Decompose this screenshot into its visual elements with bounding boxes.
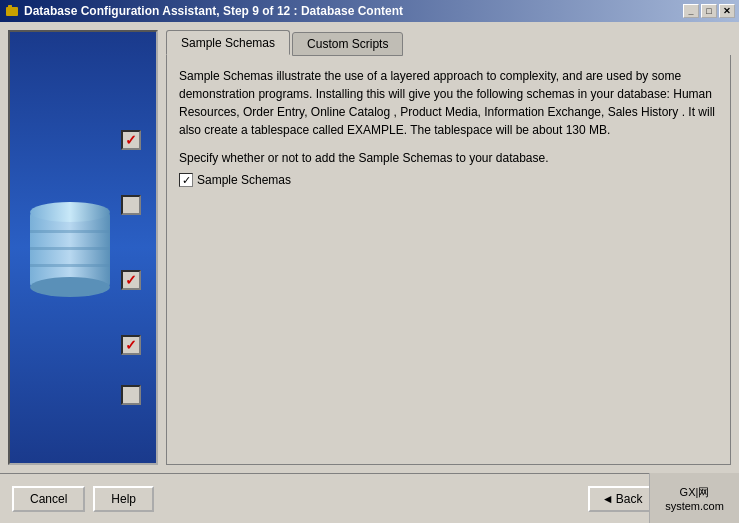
description-text: Sample Schemas illustrate the use of a l… [179,67,718,139]
svg-rect-3 [30,230,110,233]
back-label: Back [616,492,643,506]
window-controls: _ □ ✕ [683,4,735,18]
tab-custom-scripts[interactable]: Custom Scripts [292,32,403,56]
back-arrow-icon: ◄ [602,492,614,506]
left-checkbox-5 [121,385,141,405]
left-checkbox-4 [121,335,141,355]
sample-schemas-checkbox[interactable] [179,173,193,187]
watermark-line1: GX|网 [680,485,710,500]
left-panel [8,30,158,465]
minimize-button[interactable]: _ [683,4,699,18]
app-icon [4,3,20,19]
bottom-bar: Cancel Help ◄ Back Next ► GX|网 system.co… [0,473,739,523]
title-bar: Database Configuration Assistant, Step 9… [0,0,739,22]
svg-rect-4 [30,247,110,250]
svg-rect-1 [8,5,12,8]
watermark-line2: system.com [665,500,724,512]
sample-schemas-checkbox-row: Sample Schemas [179,173,718,187]
left-checkbox-3 [121,270,141,290]
tab-bar: Sample Schemas Custom Scripts [166,30,731,55]
database-icon [25,192,115,305]
help-button[interactable]: Help [93,486,154,512]
maximize-button[interactable]: □ [701,4,717,18]
right-panel: Sample Schemas Custom Scripts Sample Sch… [166,30,731,465]
bottom-left-buttons: Cancel Help [12,486,154,512]
cancel-button[interactable]: Cancel [12,486,85,512]
title-text: Database Configuration Assistant, Step 9… [24,4,403,18]
svg-rect-0 [6,7,18,16]
left-checkbox-2 [121,195,141,215]
content-area: Sample Schemas illustrate the use of a l… [166,55,731,465]
specify-text: Specify whether or not to add the Sample… [179,151,718,165]
back-button[interactable]: ◄ Back [588,486,657,512]
svg-rect-5 [30,264,110,267]
main-content: Sample Schemas Custom Scripts Sample Sch… [0,22,739,473]
left-checkbox-1 [121,130,141,150]
bottom-right-buttons: ◄ Back Next ► GX|网 system.com [588,486,727,512]
tab-sample-schemas[interactable]: Sample Schemas [166,30,290,55]
watermark: GX|网 system.com [649,473,739,523]
close-button[interactable]: ✕ [719,4,735,18]
svg-point-6 [30,202,110,222]
svg-point-7 [30,277,110,297]
sample-schemas-label: Sample Schemas [197,173,291,187]
